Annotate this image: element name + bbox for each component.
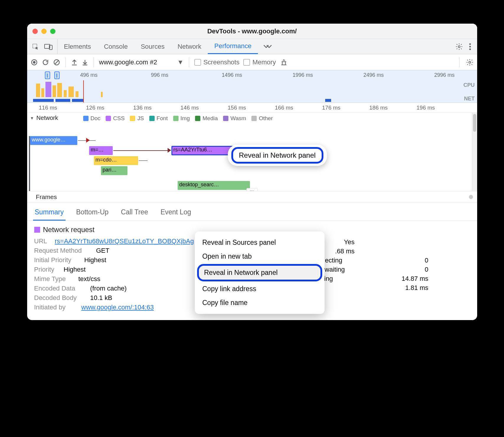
inspect-element-icon[interactable] (32, 43, 39, 50)
time-ruler: 116 ms 126 ms 136 ms 146 ms 156 ms 166 m… (27, 103, 477, 113)
menu-open-new-tab[interactable]: Open in new tab (195, 250, 325, 263)
svg-point-3 (458, 45, 460, 48)
frames-track[interactable]: Frames (27, 191, 477, 203)
menu-reveal-sources[interactable]: Reveal in Sources panel (195, 236, 325, 250)
main-tabs: Elements Console Sources Network Perform… (58, 39, 258, 54)
initiator-arrow-icon (168, 148, 171, 153)
request-bar-m[interactable]: m=… (89, 146, 113, 155)
collapse-icon: ▼ (30, 116, 34, 120)
svg-point-8 (33, 61, 35, 63)
request-bar-pari[interactable]: pari… (101, 166, 127, 175)
overview-handle-right[interactable]: ‖ (54, 71, 60, 79)
tab-performance[interactable]: Performance (208, 39, 258, 54)
tab-bottom-up[interactable]: Bottom-Up (74, 206, 110, 221)
menu-reveal-network[interactable]: Reveal in Network panel (197, 264, 322, 281)
more-menu-icon[interactable] (469, 43, 471, 50)
screenshots-input[interactable] (194, 59, 201, 66)
main-tabbar: Elements Console Sources Network Perform… (27, 39, 477, 54)
chevron-down-icon: ▼ (177, 58, 184, 66)
record-icon[interactable] (31, 59, 38, 66)
more-tabs-button[interactable] (258, 44, 277, 49)
summary-panel: Network request URLrs=AA2YrTtu68wU8rQSEu… (27, 221, 477, 320)
capture-settings-icon[interactable] (466, 58, 474, 66)
request-bar-rs-selected[interactable]: rs=AA2YrTtu6… (172, 146, 234, 155)
request-bar-google[interactable]: www.google… (30, 136, 77, 145)
request-bar-desktop-search[interactable]: desktop_searc… (178, 181, 250, 190)
performance-toolbar: www.google.com #2 ▼ Screenshots Memory (27, 54, 477, 70)
device-toolbar-icon[interactable] (44, 43, 53, 50)
overview-handle-left[interactable]: ‖ (45, 71, 50, 79)
tab-summary[interactable]: Summary (33, 206, 66, 221)
overview-cpu-flames (33, 81, 110, 97)
window-title: DevTools - www.google.com/ (27, 27, 477, 35)
reload-icon[interactable] (42, 59, 49, 66)
screenshots-checkbox[interactable]: Screenshots (194, 58, 239, 66)
request-bar-mcdo[interactable]: m=cdo… (94, 156, 138, 165)
reveal-tooltip: Reveal in Network panel (228, 145, 327, 166)
flame-chart[interactable]: ▼ Network Doc CSS JS Font Img Media Wasm… (27, 113, 472, 191)
svg-point-6 (469, 48, 471, 50)
scrollbar-thumb[interactable] (473, 114, 476, 132)
summary-url-link[interactable]: rs=AA2YrTtu68wU8rQSEu1zLoTY_BOBQXjbAg (55, 237, 194, 245)
timeline-overview[interactable]: 496 ms 996 ms 1496 ms 1996 ms 2496 ms 29… (27, 70, 477, 103)
svg-point-4 (469, 43, 471, 45)
titlebar: DevTools - www.google.com/ (27, 24, 477, 39)
flame-chart-container: ▼ Network Doc CSS JS Font Img Media Wasm… (27, 113, 477, 191)
profile-selector[interactable]: www.google.com #2 ▼ (99, 58, 184, 66)
maximize-window-button[interactable] (50, 29, 55, 34)
profile-name: www.google.com #2 (99, 58, 157, 66)
minimize-window-button[interactable] (41, 29, 47, 34)
menu-copy-filename[interactable]: Copy file name (195, 296, 325, 310)
close-window-button[interactable] (32, 29, 38, 34)
collect-garbage-icon[interactable] (280, 58, 288, 66)
tab-network[interactable]: Network (171, 39, 208, 54)
clear-icon[interactable] (53, 59, 60, 66)
initiator-arrow-icon (86, 138, 90, 143)
tab-call-tree[interactable]: Call Tree (119, 206, 150, 221)
tab-sources[interactable]: Sources (134, 39, 171, 54)
settings-icon[interactable] (455, 43, 463, 50)
devtools-window: DevTools - www.google.com/ Elements Cons… (27, 24, 477, 320)
window-controls (32, 29, 55, 34)
svg-point-5 (469, 46, 471, 47)
tab-elements[interactable]: Elements (58, 39, 98, 54)
download-icon[interactable] (82, 59, 88, 66)
vertical-scrollbar[interactable] (472, 113, 477, 191)
network-legend: Doc CSS JS Font Img Media Wasm Other (83, 115, 273, 122)
frames-indicator-icon (469, 195, 473, 199)
context-menu: Reveal in Sources panel Open in new tab … (195, 231, 325, 314)
details-tabs: Summary Bottom-Up Call Tree Event Log (27, 203, 477, 221)
svg-point-10 (469, 61, 471, 63)
menu-copy-link[interactable]: Copy link address (195, 282, 325, 296)
tab-console[interactable]: Console (97, 39, 134, 54)
upload-icon[interactable] (71, 59, 78, 66)
overview-marker (83, 80, 84, 102)
memory-checkbox[interactable]: Memory (243, 58, 276, 66)
memory-input[interactable] (243, 59, 250, 66)
tab-event-log[interactable]: Event Log (159, 206, 193, 221)
initiated-by-link[interactable]: www.google.com/:104:63 (81, 304, 154, 311)
request-type-swatch (34, 227, 40, 233)
